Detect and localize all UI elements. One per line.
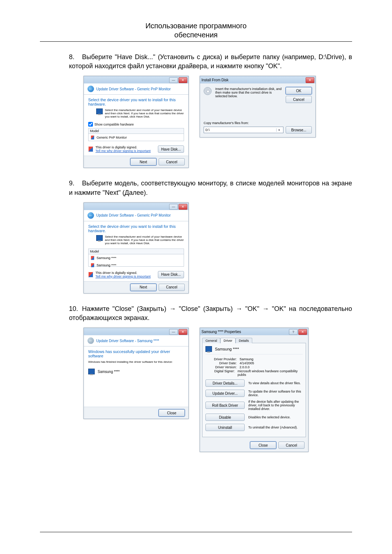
copy-from-label: Copy manufacturer's files from:: [204, 121, 312, 125]
wizard-subtext-text: Select the manufacturer and model of you…: [105, 235, 184, 245]
footer-rule: [40, 532, 352, 532]
cancel-button[interactable]: Cancel: [159, 158, 185, 165]
wizard-instruction: Windows has successfully updated your dr…: [88, 349, 184, 358]
wizard-body: Windows has successfully updated your dr…: [84, 346, 188, 407]
update-driver-button[interactable]: Update Driver...: [205, 390, 245, 397]
monitor-icon: [88, 369, 95, 374]
step-9-figures: — ✕ ← Update Driver Software - Generic P…: [83, 202, 352, 294]
header-line-2: обеспечения: [40, 31, 352, 39]
wizard-nav-title: Update Driver Software - Generic PnP Mon…: [96, 213, 171, 217]
close-button[interactable]: ✕: [179, 77, 187, 83]
page: Использование программного обеспечения 8…: [0, 0, 392, 554]
model-listbox[interactable]: Model Generic PnP Monitor: [88, 128, 184, 141]
cancel-button[interactable]: Cancel: [278, 442, 305, 449]
browse-button[interactable]: Browse...: [286, 126, 312, 134]
wizard-nav-title: Update Driver Software - Samsung ****: [96, 339, 159, 343]
driver-details-desc: To view details about the driver files.: [248, 381, 303, 385]
back-arrow-icon[interactable]: ←: [87, 86, 94, 92]
step-8: 8.Выберите "Have Disk..." (Установить с …: [69, 53, 352, 71]
close-button[interactable]: Close: [250, 442, 276, 449]
cancel-button[interactable]: Cancel: [159, 284, 185, 291]
copy-from-combobox[interactable]: D:\ ▾: [204, 127, 283, 133]
wizard-instruction: Select the device driver you want to ins…: [88, 98, 184, 106]
device-row: Samsung ****: [88, 369, 184, 374]
dialog-update-driver-wizard-8: — ✕ ← Update Driver Software - Generic P…: [83, 76, 189, 168]
model-list-row[interactable]: Samsung ****: [89, 262, 184, 269]
close-button[interactable]: ✕: [306, 77, 314, 83]
model-list-item-2: Samsung ****: [97, 263, 117, 267]
minimize-button[interactable]: —: [169, 329, 178, 335]
wizard-subtext: Select the manufacturer and model of you…: [96, 235, 184, 245]
signing-important-link[interactable]: Tell me why driver signing is important: [95, 275, 151, 278]
disable-button[interactable]: Disable: [205, 414, 245, 421]
install-from-disk-body: Insert the manufacturer's installation d…: [200, 83, 315, 137]
properties-device-header: Samsung ****: [205, 346, 303, 354]
disable-desc: Disables the selected device.: [248, 415, 303, 419]
signing-important-link[interactable]: Tell me why driver signing is important: [95, 149, 151, 153]
window-buttons: ? ✕: [289, 329, 307, 335]
install-from-disk-message: Insert the manufacturer's installation d…: [215, 87, 282, 98]
shield-icon: [91, 263, 94, 267]
page-header: Использование программного обеспечения: [40, 22, 352, 39]
tab-general[interactable]: General: [202, 338, 220, 343]
show-compatible-checkbox[interactable]: Show compatible hardware: [88, 122, 184, 127]
have-disk-button[interactable]: Have Disk...: [158, 271, 184, 278]
close-button[interactable]: Close: [159, 409, 185, 416]
kv-value: microsoft windows hardware compatibility…: [238, 369, 303, 377]
back-arrow-icon[interactable]: ←: [87, 337, 94, 344]
window-buttons: ✕: [306, 77, 314, 83]
minimize-button[interactable]: —: [169, 204, 178, 210]
help-button[interactable]: ?: [289, 329, 298, 335]
step-10-number: 10.: [69, 304, 82, 313]
driver-details-button[interactable]: Driver Details...: [205, 379, 245, 387]
close-button[interactable]: ✕: [179, 204, 187, 210]
ok-button[interactable]: OK: [286, 87, 312, 94]
shield-icon: [91, 256, 94, 260]
wizard-footer: Close: [84, 407, 188, 419]
step-8-number: 8.: [69, 53, 82, 62]
have-disk-button[interactable]: Have Disk...: [158, 145, 184, 153]
tab-details[interactable]: Details: [236, 338, 252, 343]
close-button[interactable]: ✕: [179, 329, 187, 335]
titlebar: Samsung **** Properties ? ✕: [200, 328, 308, 335]
uninstall-button[interactable]: Uninstall: [205, 424, 245, 431]
kv-key: Digital Signer:: [205, 369, 238, 377]
model-listbox[interactable]: Model Samsung **** Samsung ****: [88, 249, 184, 267]
device-name: Samsung ****: [98, 370, 120, 374]
minimize-button[interactable]: —: [169, 77, 178, 83]
shield-icon: [91, 136, 94, 140]
chevron-down-icon[interactable]: ▾: [276, 128, 282, 132]
uninstall-desc: To uninstall the driver (Advanced).: [248, 426, 303, 429]
roll-back-driver-button[interactable]: Roll Back Driver: [205, 402, 245, 409]
titlebar: — ✕: [84, 76, 188, 83]
signed-text: This driver is digitally signed.: [95, 271, 151, 275]
signed-text: This driver is digitally signed.: [95, 145, 151, 149]
next-button[interactable]: Next: [130, 284, 156, 291]
wizard-footer: Next Cancel: [84, 281, 188, 293]
step-10: 10.Нажмите "Close" (Закрыть) → "Close" (…: [69, 304, 352, 323]
model-list-header: Model: [89, 249, 184, 254]
properties-tabs: General Driver Details: [200, 335, 308, 343]
back-arrow-icon[interactable]: ←: [87, 212, 94, 219]
cancel-button[interactable]: Cancel: [286, 96, 312, 103]
model-list-row[interactable]: Generic PnP Monitor: [89, 134, 184, 141]
wizard-subtext: Select the manufacturer and model of you…: [96, 108, 184, 118]
close-button[interactable]: ✕: [298, 329, 307, 335]
kv-driver-date: Driver Date: 4/14/2005: [205, 361, 303, 365]
step-8-text: Выберите "Have Disk..." (Установить с ди…: [69, 53, 352, 70]
install-from-disk-buttons: OK Cancel: [286, 87, 312, 103]
tab-driver[interactable]: Driver: [220, 338, 236, 343]
next-button[interactable]: Next: [130, 158, 156, 165]
wizard-body: Select the device driver you want to ins…: [84, 95, 188, 156]
kv-key: Driver Date:: [205, 361, 240, 365]
wizard-nav-header: ← Update Driver Software - Samsung ****: [84, 335, 188, 346]
wizard-subtext-text: Select the manufacturer and model of you…: [105, 108, 184, 118]
disk-icon: [204, 87, 212, 95]
model-list-row[interactable]: Samsung ****: [89, 254, 184, 262]
show-compatible-checkbox-input[interactable]: [88, 122, 93, 127]
action-driver-details: Driver Details... To view details about …: [205, 379, 303, 387]
shield-icon: [88, 146, 93, 152]
monitor-icon: [96, 108, 103, 114]
window-buttons: — ✕: [169, 329, 187, 335]
step-9-text: Выберите модель, соответствующую монитор…: [69, 180, 352, 196]
